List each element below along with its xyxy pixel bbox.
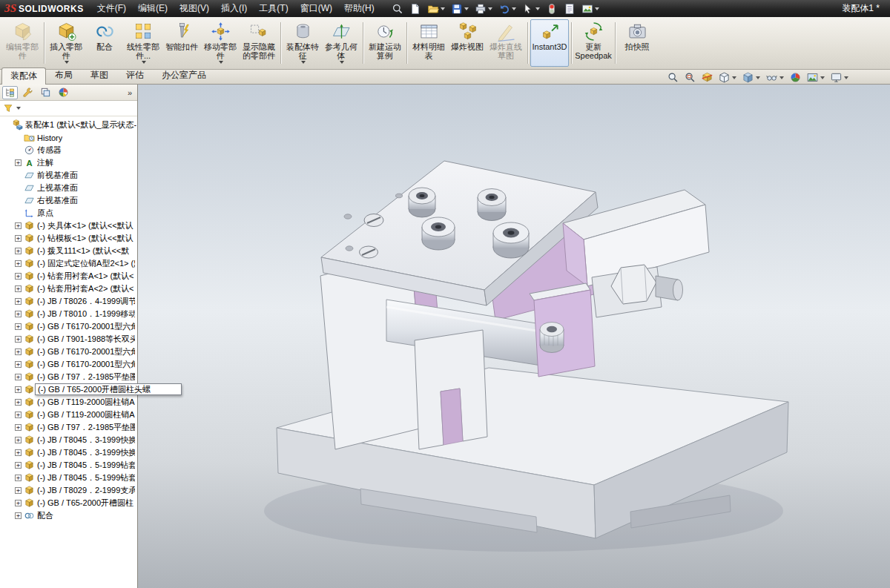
assembly-3d-model[interactable]	[138, 85, 890, 588]
featuremanager-tree-tab[interactable]	[2, 86, 18, 99]
open-icon[interactable]	[425, 2, 447, 16]
tree-item[interactable]: + (-) GB / T6170-20001型六角	[0, 320, 137, 333]
menu-item[interactable]: 帮助(H)	[338, 0, 380, 17]
tree-expander[interactable]: +	[15, 500, 22, 506]
view-orientation-icon[interactable]	[719, 72, 736, 83]
apply-scene-icon[interactable]	[807, 72, 825, 83]
tree-expander[interactable]: +	[15, 285, 22, 292]
zoom-to-fit-icon[interactable]	[668, 72, 679, 83]
tree-expander[interactable]: +	[15, 248, 22, 254]
undo-icon[interactable]	[496, 2, 518, 16]
displaymanager-tab[interactable]	[56, 86, 71, 99]
tree-item[interactable]: + (-) JB / T8045．5-1999钻套	[0, 472, 137, 484]
tree-item[interactable]: 装配体1 (默认<默认_显示状态-	[0, 119, 137, 131]
tree-expander[interactable]: +	[15, 399, 22, 406]
print-icon[interactable]	[472, 2, 495, 16]
tree-expander[interactable]: +	[15, 424, 22, 431]
tree-expander[interactable]: +	[15, 475, 22, 481]
tab-sketch[interactable]: 草图	[82, 67, 117, 84]
tree-expander[interactable]: +	[15, 386, 22, 393]
take-snapshot-button[interactable]: 拍快照	[618, 19, 656, 67]
exploded-view-button[interactable]: 爆炸视图	[448, 19, 487, 67]
tree-expander[interactable]: +	[15, 374, 22, 380]
tab-office-products[interactable]: 办公室产品	[153, 67, 215, 84]
tree-item[interactable]: + (-) 钻模板<1> (默认<<默认	[0, 232, 137, 245]
linear-component-pattern-button[interactable]: 线性零部件...	[124, 19, 162, 67]
tree-item[interactable]: + (-) 钻套用衬套A<2> (默认<	[0, 283, 137, 295]
tree-item[interactable]: + (-) GB / T6170-20001型六角	[0, 358, 137, 371]
tree-item[interactable]: 上视基准面	[0, 182, 137, 194]
tree-expander[interactable]: +	[15, 323, 22, 330]
tree-expander[interactable]: +	[15, 348, 22, 355]
show-hidden-components-button[interactable]: 显示隐藏的零部件	[240, 19, 278, 67]
tree-item[interactable]: + (-) JB / T8010．1-1999移动	[0, 308, 137, 320]
tree-item[interactable]: + (-) JB / T8026．4-1999调节	[0, 295, 137, 308]
tree-expander[interactable]: +	[15, 273, 22, 280]
tree-expander[interactable]: +	[15, 462, 22, 469]
tree-expander[interactable]: +	[15, 336, 22, 343]
tree-item[interactable]: + (-) GB / T65-2000开槽圆柱	[0, 497, 137, 509]
search-icon[interactable]	[389, 2, 406, 16]
configurationmanager-tab[interactable]	[38, 86, 53, 99]
reference-geometry-button[interactable]: 参考几何体	[322, 19, 360, 67]
panel-overflow-chevron[interactable]: »	[128, 88, 135, 97]
menu-item[interactable]: 工具(T)	[253, 0, 294, 17]
tab-layout[interactable]: 布局	[46, 67, 82, 84]
insert-components-button[interactable]: 插入零部件	[47, 19, 85, 67]
options-icon[interactable]	[579, 2, 601, 16]
tree-item[interactable]: + (-) JB / T8045．3-1999快换	[0, 434, 137, 446]
tree-item[interactable]: + (-) GB / T65-2000开槽圆柱头螺	[0, 383, 137, 396]
tree-item[interactable]: + (-) 固定式定位销A型2<1> (默	[0, 257, 137, 270]
tree-item[interactable]: 前视基准面	[0, 169, 137, 182]
tree-expander[interactable]: +	[15, 298, 22, 305]
tree-item[interactable]: + 配合	[0, 509, 137, 522]
mate-button[interactable]: 配合	[85, 19, 124, 67]
tree-item[interactable]: + (-) GB / T119-2000圆柱销A	[0, 396, 137, 409]
menu-item[interactable]: 视图(V)	[174, 0, 215, 17]
propertymanager-tab[interactable]	[20, 86, 36, 99]
assembly-features-button[interactable]: 装配体特征	[283, 19, 322, 67]
tree-expander[interactable]: +	[15, 235, 22, 242]
instant3d-button[interactable]: Instant3D	[530, 19, 569, 67]
edit-component-button[interactable]: 编辑零部件	[3, 19, 42, 67]
tree-item[interactable]: + (-) JB / T8045．3-1999快换	[0, 446, 137, 459]
file-properties-icon[interactable]	[561, 2, 578, 16]
select-cursor-icon[interactable]	[520, 2, 542, 16]
view-settings-icon[interactable]	[831, 72, 848, 83]
update-speedpak-button[interactable]: 更新Speedpak	[574, 19, 613, 67]
tree-expander[interactable]: +	[15, 159, 22, 166]
tree-expander[interactable]: +	[15, 449, 22, 456]
menu-item[interactable]: 编辑(E)	[132, 0, 174, 17]
move-component-button[interactable]: 移动零部件	[201, 19, 240, 67]
tree-item[interactable]: + (-) 夹具体<1> (默认<<默认	[0, 219, 137, 232]
tree-expander[interactable]: +	[15, 260, 22, 267]
tree-expander[interactable]: +	[15, 311, 22, 317]
tree-item[interactable]: 传感器	[0, 144, 137, 156]
tree-expander[interactable]: +	[15, 412, 22, 418]
tree-expander[interactable]: +	[15, 222, 22, 229]
display-style-icon[interactable]	[742, 72, 760, 83]
graphics-area[interactable]	[138, 85, 890, 588]
tree-expander[interactable]: +	[15, 437, 22, 443]
tree-item[interactable]: + (-) 拨叉111<1> (默认<<默	[0, 245, 137, 257]
rebuild-icon[interactable]	[544, 2, 560, 16]
tree-item[interactable]: + (-) JB / T8045．5-1999钻套	[0, 459, 137, 472]
model-clamp-part[interactable]	[530, 283, 595, 377]
tree-item[interactable]: 右视基准面	[0, 194, 137, 207]
new-document-icon[interactable]	[407, 2, 423, 16]
tab-evaluate[interactable]: 评估	[117, 67, 153, 84]
tab-assembly[interactable]: 装配体	[1, 67, 46, 85]
hide-show-items-icon[interactable]	[766, 72, 784, 83]
save-icon[interactable]	[449, 2, 471, 16]
bill-of-materials-button[interactable]: 材料明细表	[409, 19, 448, 67]
model-fork-part[interactable]	[415, 330, 487, 449]
tree-item[interactable]: 原点	[0, 207, 137, 219]
section-view-icon[interactable]	[702, 72, 713, 83]
edit-appearance-icon[interactable]	[790, 72, 801, 83]
smart-fasteners-button[interactable]: 智能扣件	[162, 19, 201, 67]
menu-item[interactable]: 窗口(W)	[294, 0, 338, 17]
tree-item[interactable]: + 注解	[0, 156, 137, 169]
menu-item[interactable]: 插入(I)	[215, 0, 253, 17]
filter-dropdown-caret-icon[interactable]	[16, 107, 21, 110]
tree-item[interactable]: + (-) GB / T97．2-1985平垫圈	[0, 421, 137, 434]
